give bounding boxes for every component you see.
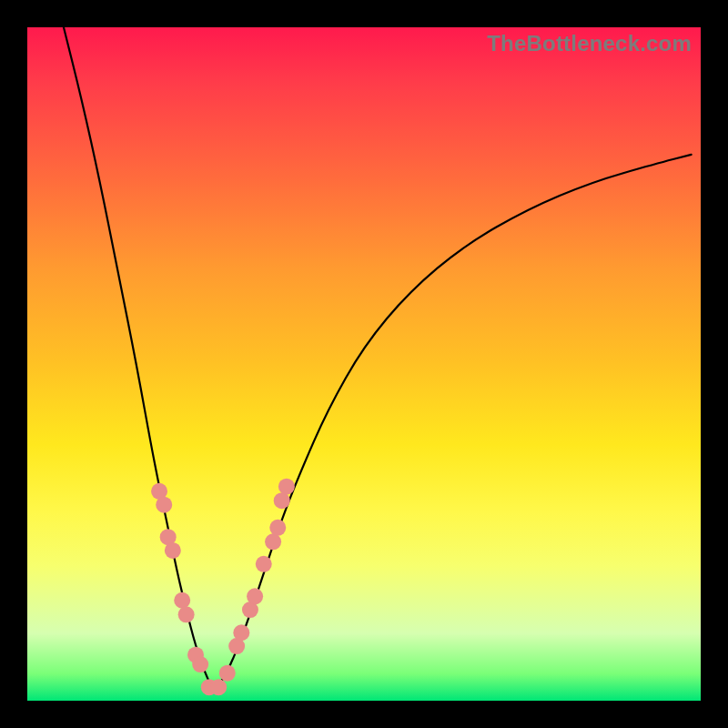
curve-left-branch [64, 27, 214, 692]
marker-point [192, 656, 208, 672]
marker-point [278, 479, 295, 495]
curve-right-branch [214, 155, 692, 692]
marker-point [256, 556, 272, 572]
marker-point [247, 588, 263, 604]
highlighted-markers [151, 479, 295, 696]
chart-svg [27, 27, 701, 701]
marker-point [265, 533, 281, 550]
marker-point [156, 497, 172, 513]
marker-point [165, 542, 181, 559]
marker-point [219, 665, 236, 682]
marker-point [233, 624, 249, 641]
marker-point [178, 606, 195, 622]
marker-point [174, 592, 190, 609]
marker-point [274, 492, 290, 509]
chart-frame: TheBottleneck.com [27, 27, 701, 701]
marker-point [210, 679, 227, 695]
marker-point [269, 520, 286, 536]
